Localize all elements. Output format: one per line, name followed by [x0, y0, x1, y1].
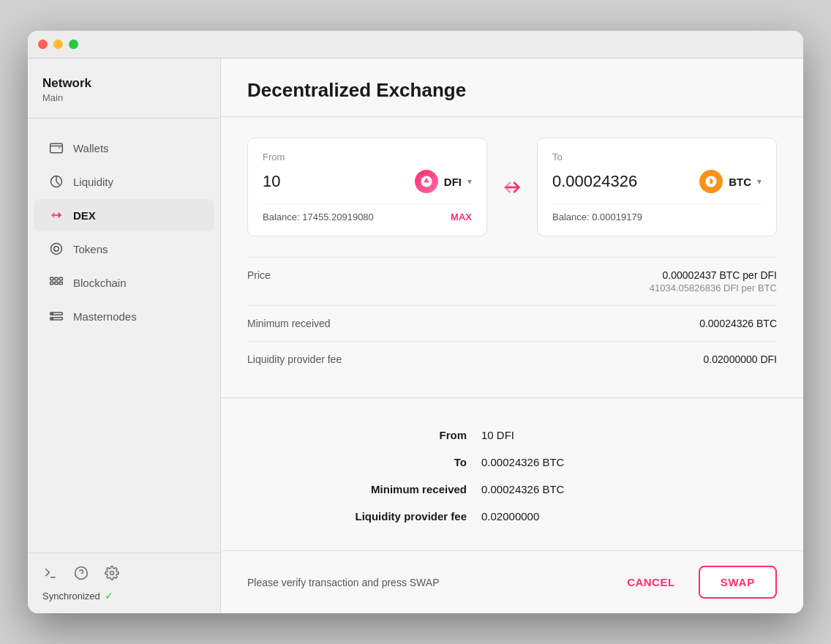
- liquidity-label: Liquidity: [73, 176, 113, 188]
- max-button[interactable]: MAX: [451, 211, 472, 222]
- action-hint: Please verify transaction and press SWAP: [247, 577, 440, 588]
- footer-icons: [42, 565, 206, 581]
- from-balance-label: Balance:: [263, 211, 300, 222]
- terminal-icon[interactable]: [42, 565, 59, 581]
- from-amount[interactable]: 10: [263, 172, 280, 191]
- price-values: 0.00002437 BTC per DFI 41034.05826836 DF…: [650, 269, 777, 293]
- cancel-button[interactable]: CANCEL: [615, 569, 687, 596]
- blockchain-icon: [48, 274, 64, 291]
- sidebar-item-masternodes[interactable]: Masternodes: [34, 300, 214, 332]
- confirm-lp-fee-value: 0.02000000: [481, 503, 701, 530]
- liquidity-icon: [48, 173, 64, 190]
- sidebar-item-wallets[interactable]: Wallets: [34, 132, 214, 164]
- masternodes-label: Masternodes: [73, 310, 137, 323]
- svg-rect-9: [59, 282, 62, 284]
- lp-fee-value: 0.02000000 DFI: [704, 353, 777, 365]
- network-sub: Main: [42, 92, 206, 103]
- price-table: Price 0.00002437 BTC per DFI 41034.05826…: [247, 257, 777, 377]
- svg-rect-5: [55, 277, 58, 280]
- settings-icon[interactable]: [104, 565, 120, 581]
- main-content: Decentralized Exchange From 10: [221, 59, 803, 613]
- sidebar-item-blockchain[interactable]: Blockchain: [34, 266, 214, 299]
- price-row: Price 0.00002437 BTC per DFI 41034.05826…: [247, 257, 777, 305]
- from-token-selector[interactable]: DFI ▾: [415, 170, 472, 193]
- svg-rect-7: [50, 282, 53, 284]
- swap-button[interactable]: SWAP: [699, 566, 777, 599]
- sidebar-item-liquidity[interactable]: Liquidity: [34, 165, 214, 198]
- confirm-min-recv-value: 0.00024326 BTC: [481, 476, 701, 503]
- tokens-icon: [48, 241, 64, 257]
- svg-point-13: [52, 318, 53, 320]
- exchange-section: From 10 DFI ▾: [221, 117, 803, 398]
- network-info: Network Main: [28, 59, 220, 119]
- sidebar-item-tokens[interactable]: Tokens: [34, 233, 214, 265]
- close-button[interactable]: [38, 40, 48, 49]
- btc-token-icon: [699, 170, 723, 193]
- dex-icon: [48, 207, 64, 223]
- from-card: From 10 DFI ▾: [247, 138, 487, 236]
- dfi-token-icon: [415, 170, 438, 193]
- svg-point-3: [54, 247, 59, 252]
- confirm-min-recv-label: Minimum received: [335, 476, 481, 503]
- maximize-button[interactable]: [69, 40, 78, 49]
- sync-label: Synchronized: [42, 591, 100, 602]
- sidebar-item-dex[interactable]: DEX: [34, 199, 214, 231]
- network-label: Network: [42, 76, 206, 91]
- sidebar: Network Main Wallets: [28, 59, 221, 613]
- to-token-chevron: ▾: [757, 176, 762, 187]
- svg-rect-4: [50, 277, 53, 280]
- confirm-to-value: 0.00024326 BTC: [481, 449, 701, 476]
- main-header: Decentralized Exchange: [221, 59, 803, 117]
- svg-rect-0: [50, 143, 63, 153]
- confirm-from-label: From: [335, 422, 481, 449]
- app-window: Network Main Wallets: [28, 31, 803, 613]
- from-balance-value: 17455.20919080: [302, 211, 374, 222]
- from-token-chevron: ▾: [467, 176, 472, 187]
- tokens-label: Tokens: [73, 243, 108, 255]
- svg-rect-6: [59, 277, 62, 280]
- blockchain-label: Blockchain: [73, 277, 127, 289]
- page-title: Decentralized Exchange: [247, 79, 777, 102]
- confirm-lp-fee-label: Liquidity provider fee: [335, 503, 481, 530]
- to-balance-label: Balance:: [552, 211, 590, 222]
- dex-label: DEX: [73, 209, 96, 222]
- to-balance-text: Balance: 0.00019179: [552, 211, 642, 222]
- from-label: From: [263, 151, 472, 162]
- svg-point-17: [110, 572, 114, 575]
- sync-check-icon: ✓: [105, 590, 113, 602]
- swap-row: From 10 DFI ▾: [247, 138, 777, 236]
- app-body: Network Main Wallets: [28, 59, 803, 613]
- traffic-lights: [38, 40, 78, 49]
- svg-point-12: [52, 313, 53, 315]
- min-received-row: Minimum received 0.00024326 BTC: [247, 305, 777, 341]
- to-balance-value: 0.00019179: [592, 211, 642, 222]
- to-token-selector[interactable]: BTC ▾: [699, 170, 762, 193]
- wallets-icon: [48, 140, 64, 156]
- minimize-button[interactable]: [53, 40, 63, 49]
- svg-point-2: [51, 244, 62, 255]
- titlebar: [28, 31, 803, 59]
- to-token-name: BTC: [729, 176, 751, 188]
- min-received-label: Minimum received: [247, 318, 331, 329]
- wallets-label: Wallets: [73, 142, 109, 154]
- help-icon[interactable]: [73, 565, 89, 581]
- confirm-to-label: To: [335, 449, 481, 476]
- to-card: To 0.00024326 BTC ▾: [537, 138, 777, 236]
- from-balance-row: Balance: 17455.20919080 MAX: [263, 203, 472, 222]
- to-amount[interactable]: 0.00024326: [552, 172, 637, 191]
- from-token-name: DFI: [444, 176, 462, 188]
- from-input-row: 10 DFI ▾: [263, 170, 472, 193]
- lp-fee-label: Liquidity provider fee: [247, 353, 342, 365]
- to-input-row: 0.00024326 BTC ▾: [552, 170, 762, 193]
- lp-fee-row: Liquidity provider fee 0.02000000 DFI: [247, 341, 777, 377]
- to-label: To: [552, 151, 762, 162]
- confirm-from-value: 10 DFI: [481, 422, 701, 449]
- price-value2: 41034.05826836 DFI per BTC: [650, 282, 777, 293]
- action-buttons: CANCEL SWAP: [615, 566, 777, 599]
- swap-direction-arrow[interactable]: [499, 174, 525, 201]
- sidebar-footer: Synchronized ✓: [28, 553, 220, 613]
- masternodes-icon: [48, 308, 64, 324]
- sync-status: Synchronized ✓: [42, 590, 206, 602]
- price-label: Price: [247, 269, 271, 281]
- from-balance-text: Balance: 17455.20919080: [263, 211, 374, 222]
